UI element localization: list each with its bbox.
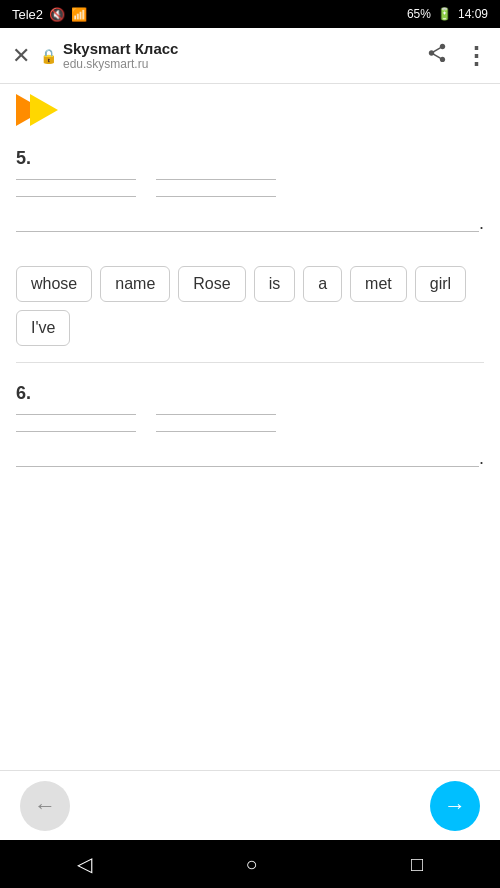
- close-button[interactable]: ✕: [12, 43, 30, 69]
- exercise-6: 6. .: [16, 371, 484, 487]
- answer-row-2: [16, 196, 484, 201]
- status-bar: Tele2 🔇 📶 65% 🔋 14:09: [0, 0, 500, 28]
- answer-row-6-2: [16, 431, 484, 436]
- app-header: [0, 84, 500, 136]
- logo-icon: [16, 94, 60, 126]
- exercise-6-number: 6.: [16, 383, 484, 404]
- battery-icon: 🔋: [437, 7, 452, 21]
- exercise-5-number: 5.: [16, 148, 484, 169]
- main-content: 5. . whose name Rose is a met girl I've …: [0, 136, 500, 770]
- android-home-button[interactable]: ○: [245, 853, 257, 876]
- skysmart-logo: [16, 94, 60, 126]
- next-arrow-icon: →: [444, 793, 466, 819]
- triangle-yellow: [30, 94, 58, 126]
- answer-line-6-3: [16, 431, 136, 432]
- section-divider: [16, 362, 484, 363]
- word-chip-met[interactable]: met: [350, 266, 407, 302]
- answer-line-3: [16, 196, 136, 197]
- period: .: [479, 213, 484, 234]
- answer-line-6-1: [16, 414, 136, 415]
- android-back-button[interactable]: ◁: [77, 852, 92, 876]
- next-button[interactable]: →: [430, 781, 480, 831]
- answer-line-4: [156, 196, 276, 197]
- sound-icon: 🔇: [49, 7, 65, 22]
- site-url: edu.skysmart.ru: [63, 57, 148, 71]
- answer-line-full: [16, 231, 479, 232]
- answer-line-6-4: [156, 431, 276, 432]
- clock-text: 14:09: [458, 7, 488, 21]
- back-arrow-icon: ←: [34, 793, 56, 819]
- word-bank: whose name Rose is a met girl I've: [16, 266, 484, 346]
- word-chip-is[interactable]: is: [254, 266, 296, 302]
- share-button[interactable]: [426, 42, 448, 69]
- status-right: 65% 🔋 14:09: [407, 7, 488, 21]
- answer-line-6-2: [156, 414, 276, 415]
- more-button[interactable]: ⋮: [464, 42, 488, 70]
- android-recent-button[interactable]: □: [411, 853, 423, 876]
- answer-line-6-full: [16, 466, 479, 467]
- word-chip-girl[interactable]: girl: [415, 266, 466, 302]
- word-chip-whose[interactable]: whose: [16, 266, 92, 302]
- lock-icon: 🔒: [40, 48, 57, 64]
- back-button[interactable]: ←: [20, 781, 70, 831]
- answer-line-1: [16, 179, 136, 180]
- nav-actions: ⋮: [426, 42, 488, 70]
- period-6: .: [479, 448, 484, 469]
- carrier-text: Tele2: [12, 7, 43, 22]
- site-title: Skysmart Класс: [63, 40, 178, 57]
- word-chip-name[interactable]: name: [100, 266, 170, 302]
- battery-text: 65%: [407, 7, 431, 21]
- word-chip-rose[interactable]: Rose: [178, 266, 245, 302]
- word-chip-ive[interactable]: I've: [16, 310, 70, 346]
- wifi-icon: 📶: [71, 7, 87, 22]
- answer-row-1: [16, 179, 484, 184]
- answer-row-6-1: [16, 414, 484, 419]
- answer-line-2: [156, 179, 276, 180]
- exercise-5: 5. .: [16, 136, 484, 248]
- word-chip-a[interactable]: a: [303, 266, 342, 302]
- android-bar: ◁ ○ □: [0, 840, 500, 888]
- status-left: Tele2 🔇 📶: [12, 7, 87, 22]
- nav-center: Skysmart Класс edu.skysmart.ru: [63, 40, 426, 71]
- browser-navbar: ✕ 🔒 Skysmart Класс edu.skysmart.ru ⋮: [0, 28, 500, 84]
- bottom-nav: ← →: [0, 770, 500, 840]
